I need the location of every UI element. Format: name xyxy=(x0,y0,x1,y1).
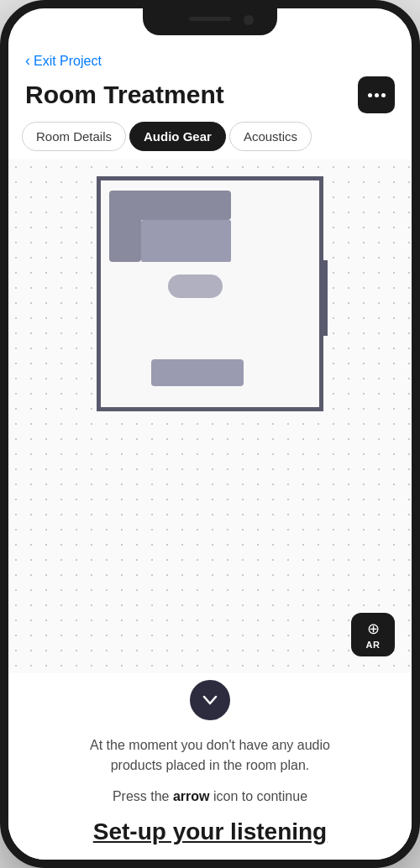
room-plan-area: ⊕ AR xyxy=(8,159,412,673)
ar-label: AR xyxy=(366,640,381,650)
dot-1 xyxy=(368,93,372,97)
big-heading: Set-up your listening xyxy=(93,818,327,846)
sofa-furniture xyxy=(109,191,231,262)
title-row: Room Treatment xyxy=(25,76,395,113)
back-button[interactable]: ‹ Exit Project xyxy=(25,52,395,70)
notch xyxy=(143,8,277,35)
bottom-section: At the moment you don't have any audio p… xyxy=(8,673,412,860)
chevron-down-icon xyxy=(201,691,219,709)
ar-icon: ⊕ xyxy=(367,620,380,638)
dot-3 xyxy=(381,93,386,97)
sofa-seat xyxy=(141,220,231,262)
phone-shell: ‹ Exit Project Room Treatment Room Detai… xyxy=(0,0,420,868)
more-button[interactable] xyxy=(358,76,395,113)
tab-audio-gear[interactable]: Audio Gear xyxy=(129,122,226,151)
door-element xyxy=(319,260,328,336)
tab-room-details[interactable]: Room Details xyxy=(22,122,126,151)
coffee-table xyxy=(168,275,223,298)
tabs: Room Details Audio Gear Acoustics xyxy=(8,122,412,151)
ar-button[interactable]: ⊕ AR xyxy=(351,613,395,656)
dot-2 xyxy=(375,93,379,97)
notch-camera xyxy=(244,15,254,25)
room-walls xyxy=(97,176,323,411)
notch-speaker xyxy=(189,17,231,21)
screen: ‹ Exit Project Room Treatment Room Detai… xyxy=(8,8,412,860)
hint-text: Press the arrow icon to continue xyxy=(113,789,307,804)
page-title: Room Treatment xyxy=(25,81,224,109)
hint-strong: arrow xyxy=(173,789,210,803)
header: ‹ Exit Project Room Treatment xyxy=(8,45,412,122)
arrow-down-button[interactable] xyxy=(190,680,230,720)
back-label: Exit Project xyxy=(34,54,102,69)
bench-furniture xyxy=(151,359,244,386)
tab-acoustics[interactable]: Acoustics xyxy=(229,122,312,151)
hint-suffix: icon to continue xyxy=(210,789,308,803)
hint-prefix: Press the xyxy=(113,789,173,803)
back-chevron-icon: ‹ xyxy=(25,52,30,70)
room-diagram xyxy=(97,176,323,411)
info-text: At the moment you don't have any audio p… xyxy=(76,735,344,776)
sofa-arm xyxy=(109,216,141,262)
